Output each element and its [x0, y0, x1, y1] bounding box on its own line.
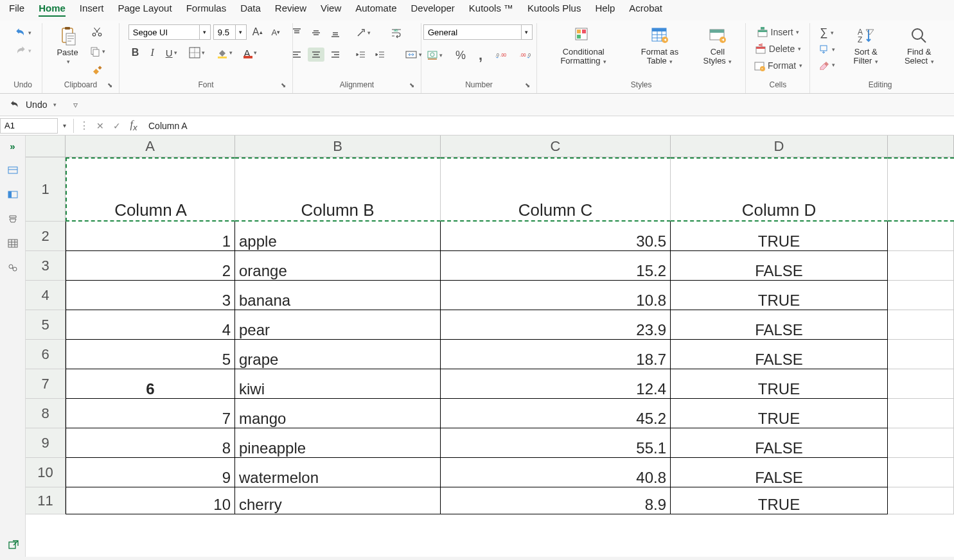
conditional-formatting-button[interactable]: Conditional Formatting ▾	[542, 24, 624, 67]
orientation-button[interactable]: ▾	[353, 26, 374, 40]
row-header-1[interactable]: 1	[26, 157, 66, 222]
header-cell[interactable]: Column C	[441, 157, 671, 222]
customize-qat-button[interactable]: ▿	[73, 100, 78, 110]
fill-button[interactable]: ▾	[815, 42, 838, 57]
cell[interactable]: 1	[66, 222, 235, 251]
paste-button[interactable]: Paste▾	[53, 24, 82, 66]
cell[interactable]: pineapple	[235, 428, 441, 458]
menu-automate[interactable]: Automate	[355, 3, 396, 17]
cell[interactable]	[888, 222, 954, 251]
fill-color-button[interactable]: ▾	[213, 45, 236, 60]
cell[interactable]: apple	[235, 222, 441, 251]
align-top-button[interactable]	[288, 26, 305, 40]
name-box-input[interactable]	[0, 118, 58, 134]
bold-button[interactable]: B	[128, 45, 143, 60]
panel-icon-4[interactable]	[7, 238, 19, 249]
cell[interactable]: FALSE	[671, 251, 888, 281]
row-header-11[interactable]: 11	[26, 487, 66, 514]
autosum-button[interactable]: ∑ ▾	[815, 24, 838, 41]
font-name-combo[interactable]: ▾	[128, 24, 211, 40]
align-left-button[interactable]	[288, 48, 305, 62]
cell[interactable]: FALSE	[671, 310, 888, 340]
accounting-format-button[interactable]: ▾	[423, 48, 446, 63]
cell[interactable]: FALSE	[671, 340, 888, 369]
row-header-5[interactable]: 5	[26, 310, 66, 340]
menu-help[interactable]: Help	[595, 3, 615, 17]
header-cell[interactable]: Column D	[671, 157, 888, 222]
cell[interactable]	[888, 487, 954, 514]
cell[interactable]	[888, 310, 954, 340]
col-header-blank[interactable]	[888, 136, 954, 157]
cell[interactable]: FALSE	[671, 428, 888, 458]
align-bottom-button[interactable]	[327, 26, 344, 40]
cell[interactable]: 6	[66, 369, 235, 399]
cell[interactable]: mango	[235, 399, 441, 428]
number-launcher[interactable]: ⬊	[525, 82, 530, 89]
cell[interactable]	[888, 458, 954, 487]
decrease-font-button[interactable]: A▾	[269, 26, 284, 39]
row-header-6[interactable]: 6	[26, 340, 66, 369]
borders-button[interactable]: ▾	[186, 45, 208, 60]
insert-function-button[interactable]: fx	[125, 119, 142, 132]
cell[interactable]: pear	[235, 310, 441, 340]
panel-icon-5[interactable]	[7, 262, 19, 274]
cell[interactable]: grape	[235, 340, 441, 369]
undo-label[interactable]: Undo	[26, 100, 47, 110]
formula-input[interactable]: Column A	[142, 116, 954, 135]
cell[interactable]	[888, 428, 954, 458]
enter-formula-button[interactable]: ✓	[109, 121, 125, 131]
cell[interactable]: 5	[66, 340, 235, 369]
menu-formulas[interactable]: Formulas	[186, 3, 227, 17]
panel-icon-3[interactable]	[7, 213, 19, 225]
font-size-combo[interactable]: ▾	[213, 24, 247, 40]
align-right-button[interactable]	[327, 48, 344, 62]
cell[interactable]: 8	[66, 428, 235, 458]
cell[interactable]: kiwi	[235, 369, 441, 399]
cell-styles-button[interactable]: Cell Styles ▾	[695, 24, 741, 67]
find-select-button[interactable]: Find & Select ▾	[894, 24, 945, 67]
format-painter-button[interactable]	[86, 63, 109, 78]
align-middle-button[interactable]	[308, 26, 324, 40]
cell[interactable]: 2	[66, 251, 235, 281]
row-header-3[interactable]: 3	[26, 251, 66, 281]
menu-developer[interactable]: Developer	[411, 3, 454, 17]
increase-indent-button[interactable]	[372, 48, 389, 62]
cell[interactable]: FALSE	[671, 458, 888, 487]
cell[interactable]: orange	[235, 251, 441, 281]
undo-button[interactable]: ▾	[11, 24, 35, 41]
percent-button[interactable]: %	[452, 47, 469, 64]
alignment-launcher[interactable]: ⬊	[409, 82, 414, 89]
menu-kutoolsplus[interactable]: Kutools Plus	[527, 3, 581, 17]
cancel-formula-button[interactable]: ✕	[92, 121, 109, 131]
insert-cells-button[interactable]: Insert ▾	[750, 24, 806, 40]
expand-panel-icon[interactable]: »	[10, 141, 15, 152]
menu-file[interactable]: File	[9, 3, 24, 17]
cell[interactable]: 23.9	[441, 310, 671, 340]
spreadsheet-grid[interactable]: ABCD 1234567891011 Column AColumn BColum…	[26, 136, 954, 557]
cell[interactable]: watermelon	[235, 458, 441, 487]
align-center-button[interactable]	[308, 48, 324, 62]
cut-button[interactable]	[86, 24, 109, 40]
cell[interactable]: 10.8	[441, 281, 671, 310]
col-header-B[interactable]: B	[235, 136, 441, 157]
font-color-button[interactable]: A▾	[241, 45, 260, 60]
name-box-dropdown[interactable]: ▾	[58, 122, 71, 129]
select-all-corner[interactable]	[26, 136, 66, 157]
cell[interactable]	[888, 399, 954, 428]
cell[interactable]	[888, 281, 954, 310]
cell[interactable]: TRUE	[671, 399, 888, 428]
copy-button[interactable]: ▾	[86, 44, 109, 59]
panel-icon-2[interactable]	[7, 189, 19, 200]
row-header-8[interactable]: 8	[26, 399, 66, 428]
row-header-2[interactable]: 2	[26, 222, 66, 251]
increase-font-button[interactable]: A▴	[249, 24, 266, 40]
row-header-10[interactable]: 10	[26, 458, 66, 487]
cell[interactable]: 12.4	[441, 369, 671, 399]
menu-insert[interactable]: Insert	[80, 3, 104, 17]
cell[interactable]: TRUE	[671, 369, 888, 399]
header-cell[interactable]: Column A	[66, 157, 235, 222]
cell[interactable]: 7	[66, 399, 235, 428]
cell[interactable]: 40.8	[441, 458, 671, 487]
cell[interactable]: 3	[66, 281, 235, 310]
cell[interactable]	[888, 251, 954, 281]
